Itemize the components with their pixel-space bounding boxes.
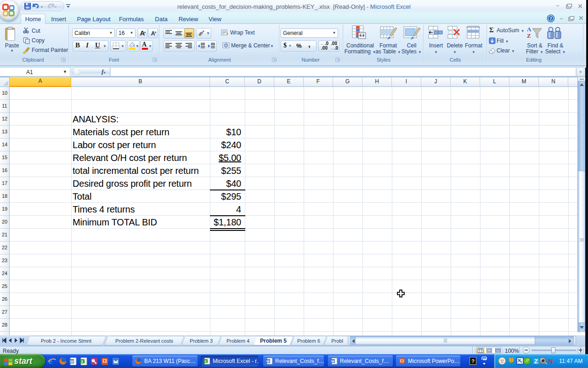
svg-text:W: W bbox=[266, 359, 270, 363]
svg-text:W: W bbox=[331, 359, 335, 363]
svg-text:?: ? bbox=[550, 16, 552, 21]
svg-text:e: e bbox=[49, 357, 52, 366]
svg-text:X: X bbox=[204, 359, 207, 363]
svg-text:W: W bbox=[70, 359, 74, 364]
svg-text:Z: Z bbox=[527, 32, 531, 39]
svg-text:N: N bbox=[548, 358, 553, 365]
svg-text:Z: Z bbox=[534, 358, 538, 365]
svg-text:A: A bbox=[527, 26, 531, 33]
svg-text:X: X bbox=[81, 359, 84, 364]
